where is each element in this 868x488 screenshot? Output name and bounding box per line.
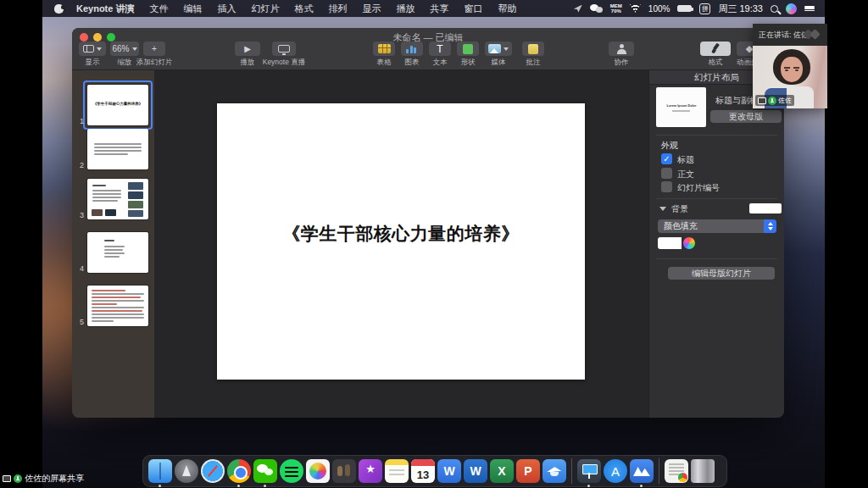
collaborate-button[interactable]	[609, 42, 634, 56]
background-disclosure-icon[interactable]	[659, 207, 666, 211]
dock-documents-icon[interactable]	[665, 459, 688, 483]
table-button[interactable]	[373, 42, 395, 56]
menu-insert[interactable]: 插入	[217, 3, 236, 15]
toolbar: 未命名 — 已编辑 显示 66% 缩放 + 添加幻灯片 ▶ 播放 Keynote…	[72, 28, 784, 70]
view-menu-button[interactable]	[79, 42, 106, 56]
menu-edit[interactable]: 编辑	[183, 3, 202, 15]
dock-imovie-icon[interactable]	[359, 459, 382, 483]
dock-chrome-icon[interactable]	[227, 459, 251, 483]
dock-word-icon[interactable]: W	[464, 459, 487, 483]
wechat-status-icon[interactable]	[590, 4, 603, 14]
menu-format[interactable]: 格式	[294, 3, 313, 15]
background-color-field[interactable]	[749, 203, 782, 214]
format-brush-icon	[710, 43, 721, 54]
zoom-select-button[interactable]: 66%	[110, 42, 139, 56]
color-wheel-icon[interactable]	[683, 237, 695, 249]
collaborate-label: 协作	[609, 58, 634, 68]
dock-mountain-app-icon[interactable]	[630, 459, 654, 483]
screen-share-label: 佐佐的屏幕共享	[25, 473, 84, 485]
notification-center-icon[interactable]	[804, 4, 815, 13]
microphone-icon	[768, 97, 776, 105]
add-slide-label: 添加幻灯片	[125, 58, 184, 68]
keynote-live-icon	[278, 45, 290, 53]
comment-icon	[528, 44, 538, 54]
body-checkbox[interactable]	[661, 168, 672, 179]
input-method-icon[interactable]: 拼	[699, 3, 710, 14]
dock-powerpoint-icon[interactable]: P	[516, 459, 540, 483]
dock-wechat-icon[interactable]	[253, 459, 277, 483]
slide-title-text[interactable]: 《学生干部核心力量的培养》	[217, 222, 585, 246]
dock-dark-app-icon[interactable]	[332, 459, 356, 483]
title-checkbox[interactable]: ✓	[661, 153, 672, 164]
dock-wps-icon[interactable]: W	[437, 459, 461, 483]
comment-button[interactable]	[522, 42, 544, 56]
slide-navigator: 《学生干部核心力量的培养》 1 2 3	[72, 70, 154, 418]
current-slide[interactable]: 《学生干部核心力量的培养》	[217, 103, 585, 380]
dock-trash-icon[interactable]	[691, 459, 715, 483]
media-label: 媒体	[485, 58, 512, 68]
dock-keynote-icon[interactable]	[577, 459, 601, 483]
media-button[interactable]	[485, 42, 512, 56]
screen-share-icon	[3, 475, 11, 482]
dock-finder-icon[interactable]	[148, 459, 172, 483]
participant-name: 佐佐	[778, 96, 792, 105]
spotlight-search-icon[interactable]	[771, 5, 778, 13]
dock-safari-icon[interactable]	[201, 459, 225, 483]
add-slide-button[interactable]: +	[143, 42, 165, 56]
menu-play[interactable]: 播放	[396, 3, 415, 15]
menu-slide[interactable]: 幻灯片	[251, 3, 279, 15]
apple-menu-icon[interactable]	[54, 4, 64, 14]
slide-thumbnail-4[interactable]	[87, 232, 148, 273]
edit-master-button[interactable]: 编辑母版幻灯片	[668, 267, 775, 280]
webcam-overlay[interactable]: 正在讲话: 佐佐 佐佐	[753, 24, 827, 108]
dock-separator	[659, 458, 659, 484]
memory-status[interactable]: MEM70%	[610, 3, 622, 14]
siri-icon[interactable]	[786, 3, 797, 14]
appearance-section-label: 外观	[661, 140, 678, 152]
slide-number-checkbox[interactable]	[661, 181, 672, 192]
slide-layout-thumbnail[interactable]: Lorem Ipsum Dolor	[656, 87, 706, 127]
menu-arrange[interactable]: 排列	[328, 3, 347, 15]
fill-type-dropdown[interactable]: 颜色填充	[658, 219, 776, 233]
dropdown-stepper-icon	[764, 219, 776, 233]
dock-launchpad-icon[interactable]	[175, 459, 198, 483]
slide-thumbnail-1[interactable]: 《学生干部核心力量的培养》	[87, 85, 148, 125]
dock-excel-icon[interactable]: X	[490, 459, 514, 483]
meeting-app-logo-icon	[810, 29, 821, 40]
menu-bar: Keynote 讲演 文件 编辑 插入 幻灯片 格式 排列 显示 播放 共享 窗…	[42, 0, 825, 17]
slide-thumbnail-3[interactable]	[87, 179, 148, 219]
keynote-live-label: Keynote 直播	[254, 58, 314, 68]
change-master-button[interactable]: 更改母版	[710, 110, 782, 123]
dock-edu-app-icon[interactable]	[542, 459, 566, 483]
screen-share-indicator: 佐佐的屏幕共享	[3, 473, 84, 485]
keynote-window: 未命名 — 已编辑 显示 66% 缩放 + 添加幻灯片 ▶ 播放 Keynote…	[72, 28, 784, 418]
menu-view[interactable]: 显示	[362, 3, 381, 15]
shape-button[interactable]	[457, 42, 479, 56]
color-well[interactable]	[658, 237, 682, 249]
menu-app-name[interactable]: Keynote 讲演	[76, 3, 134, 15]
menu-help[interactable]: 帮助	[498, 3, 516, 15]
keynote-live-button[interactable]	[272, 42, 296, 56]
menu-share[interactable]: 共享	[430, 3, 448, 15]
dock-calendar-icon[interactable]: 13	[411, 459, 435, 483]
battery-icon[interactable]	[677, 5, 692, 12]
menu-file[interactable]: 文件	[149, 3, 168, 15]
play-button[interactable]: ▶	[235, 42, 260, 56]
status-plane-icon[interactable]	[574, 5, 582, 13]
menu-clock[interactable]: 周三 19:33	[718, 3, 763, 15]
person-face	[781, 57, 803, 82]
window-title: 未命名 — 已编辑	[72, 31, 784, 44]
menu-window[interactable]: 窗口	[464, 3, 482, 15]
dock-separator	[571, 458, 572, 484]
slide-thumbnail-5[interactable]	[87, 286, 148, 326]
wifi-icon[interactable]	[630, 4, 641, 13]
dock-photos-icon[interactable]	[306, 459, 330, 483]
slide-thumbnail-2[interactable]	[87, 129, 148, 169]
dock-spotify-icon[interactable]	[280, 459, 303, 483]
dock-appstore-icon[interactable]: A	[604, 459, 627, 483]
dock-notes-icon[interactable]	[385, 459, 409, 483]
chart-button[interactable]	[401, 42, 423, 56]
format-inspector: 幻灯片布局 Lorem Ipsum Dolor 标题与副标题 更改母版 外观 ✓…	[648, 70, 784, 418]
format-button[interactable]	[700, 42, 731, 56]
text-button[interactable]: T	[429, 42, 451, 56]
